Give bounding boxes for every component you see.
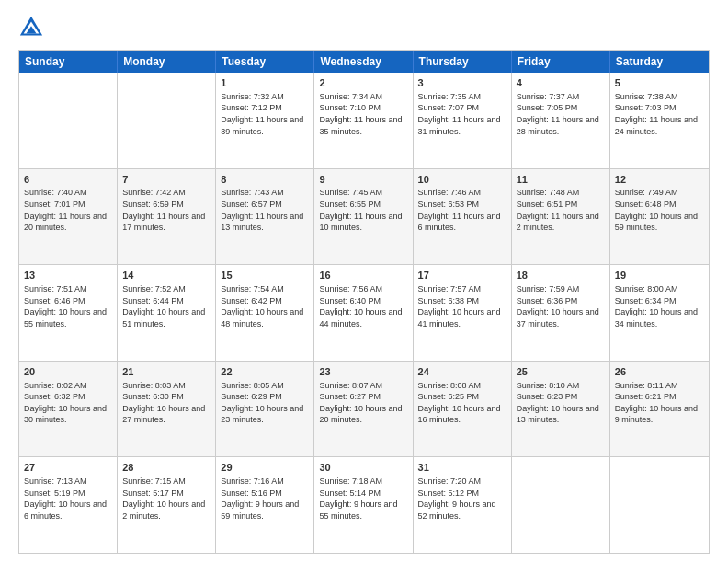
calendar-cell: 7Sunrise: 7:42 AM Sunset: 6:59 PM Daylig… bbox=[118, 169, 216, 265]
day-number: 31 bbox=[418, 461, 506, 475]
calendar-cell: 24Sunrise: 8:08 AM Sunset: 6:25 PM Dayli… bbox=[414, 362, 512, 457]
day-number: 24 bbox=[418, 365, 506, 379]
calendar-week-row: 13Sunrise: 7:51 AM Sunset: 6:46 PM Dayli… bbox=[19, 264, 709, 361]
day-info: Sunrise: 8:08 AM Sunset: 6:25 PM Dayligh… bbox=[418, 380, 506, 426]
day-number: 18 bbox=[517, 269, 605, 282]
day-info: Sunrise: 7:38 AM Sunset: 7:03 PM Dayligh… bbox=[615, 91, 704, 137]
day-info: Sunrise: 7:57 AM Sunset: 6:38 PM Dayligh… bbox=[418, 283, 506, 329]
day-info: Sunrise: 7:37 AM Sunset: 7:05 PM Dayligh… bbox=[517, 91, 605, 137]
calendar-cell bbox=[610, 457, 709, 553]
day-number: 19 bbox=[615, 269, 704, 282]
calendar-cell: 16Sunrise: 7:56 AM Sunset: 6:40 PM Dayli… bbox=[314, 265, 413, 361]
calendar-cell: 3Sunrise: 7:35 AM Sunset: 7:07 PM Daylig… bbox=[414, 73, 512, 168]
day-number: 9 bbox=[319, 173, 407, 187]
day-info: Sunrise: 7:45 AM Sunset: 6:55 PM Dayligh… bbox=[319, 187, 407, 233]
day-number: 20 bbox=[24, 365, 112, 379]
day-number: 17 bbox=[418, 269, 506, 282]
calendar-cell bbox=[118, 73, 216, 168]
day-of-week-header: Thursday bbox=[414, 51, 512, 73]
calendar-week-row: 1Sunrise: 7:32 AM Sunset: 7:12 PM Daylig… bbox=[19, 73, 709, 168]
day-number: 11 bbox=[517, 173, 605, 187]
day-number: 1 bbox=[221, 76, 309, 90]
day-info: Sunrise: 7:46 AM Sunset: 6:53 PM Dayligh… bbox=[418, 187, 506, 233]
day-info: Sunrise: 7:40 AM Sunset: 7:01 PM Dayligh… bbox=[24, 187, 112, 233]
calendar-cell: 10Sunrise: 7:46 AM Sunset: 6:53 PM Dayli… bbox=[414, 169, 512, 265]
calendar-cell: 20Sunrise: 8:02 AM Sunset: 6:32 PM Dayli… bbox=[19, 362, 118, 457]
day-number: 22 bbox=[221, 365, 309, 379]
day-info: Sunrise: 7:18 AM Sunset: 5:14 PM Dayligh… bbox=[319, 476, 407, 522]
calendar-cell: 8Sunrise: 7:43 AM Sunset: 6:57 PM Daylig… bbox=[216, 169, 314, 265]
day-info: Sunrise: 8:10 AM Sunset: 6:23 PM Dayligh… bbox=[517, 380, 605, 426]
day-number: 8 bbox=[221, 173, 309, 187]
day-info: Sunrise: 7:42 AM Sunset: 6:59 PM Dayligh… bbox=[122, 187, 210, 233]
day-number: 16 bbox=[319, 269, 407, 282]
calendar-cell: 9Sunrise: 7:45 AM Sunset: 6:55 PM Daylig… bbox=[314, 169, 413, 265]
calendar-week-row: 6Sunrise: 7:40 AM Sunset: 7:01 PM Daylig… bbox=[19, 168, 709, 265]
day-info: Sunrise: 7:35 AM Sunset: 7:07 PM Dayligh… bbox=[418, 91, 506, 137]
day-number: 6 bbox=[24, 173, 112, 187]
day-number: 30 bbox=[319, 461, 407, 475]
day-number: 27 bbox=[24, 461, 112, 475]
calendar-cell: 28Sunrise: 7:15 AM Sunset: 5:17 PM Dayli… bbox=[118, 457, 216, 553]
day-number: 14 bbox=[122, 269, 210, 282]
logo bbox=[18, 15, 48, 40]
calendar-week-row: 20Sunrise: 8:02 AM Sunset: 6:32 PM Dayli… bbox=[19, 361, 709, 457]
day-number: 7 bbox=[122, 173, 210, 187]
calendar-cell: 6Sunrise: 7:40 AM Sunset: 7:01 PM Daylig… bbox=[19, 169, 118, 265]
day-info: Sunrise: 7:32 AM Sunset: 7:12 PM Dayligh… bbox=[221, 91, 309, 137]
calendar-cell: 21Sunrise: 8:03 AM Sunset: 6:30 PM Dayli… bbox=[118, 362, 216, 457]
day-number: 2 bbox=[319, 76, 407, 90]
calendar-page: SundayMondayTuesdayWednesdayThursdayFrid… bbox=[0, 0, 728, 563]
day-info: Sunrise: 7:16 AM Sunset: 5:16 PM Dayligh… bbox=[221, 476, 309, 522]
day-number: 4 bbox=[517, 76, 605, 90]
calendar-week-row: 27Sunrise: 7:13 AM Sunset: 5:19 PM Dayli… bbox=[19, 456, 709, 553]
calendar-cell: 11Sunrise: 7:48 AM Sunset: 6:51 PM Dayli… bbox=[512, 169, 610, 265]
day-info: Sunrise: 8:00 AM Sunset: 6:34 PM Dayligh… bbox=[615, 283, 704, 329]
day-info: Sunrise: 8:07 AM Sunset: 6:27 PM Dayligh… bbox=[319, 380, 407, 426]
calendar-cell: 29Sunrise: 7:16 AM Sunset: 5:16 PM Dayli… bbox=[216, 457, 314, 553]
day-info: Sunrise: 7:59 AM Sunset: 6:36 PM Dayligh… bbox=[517, 283, 605, 329]
calendar-cell: 1Sunrise: 7:32 AM Sunset: 7:12 PM Daylig… bbox=[216, 73, 314, 168]
day-info: Sunrise: 7:51 AM Sunset: 6:46 PM Dayligh… bbox=[24, 283, 112, 329]
calendar-cell: 15Sunrise: 7:54 AM Sunset: 6:42 PM Dayli… bbox=[216, 265, 314, 361]
day-info: Sunrise: 8:05 AM Sunset: 6:29 PM Dayligh… bbox=[221, 380, 309, 426]
day-of-week-header: Sunday bbox=[19, 51, 118, 73]
calendar-cell bbox=[19, 73, 118, 168]
day-number: 13 bbox=[24, 269, 112, 282]
calendar-header: SundayMondayTuesdayWednesdayThursdayFrid… bbox=[19, 51, 709, 73]
calendar-cell: 19Sunrise: 8:00 AM Sunset: 6:34 PM Dayli… bbox=[610, 265, 709, 361]
calendar-cell: 31Sunrise: 7:20 AM Sunset: 5:12 PM Dayli… bbox=[414, 457, 512, 553]
day-number: 29 bbox=[221, 461, 309, 475]
calendar-cell: 22Sunrise: 8:05 AM Sunset: 6:29 PM Dayli… bbox=[216, 362, 314, 457]
day-number: 21 bbox=[122, 365, 210, 379]
calendar-cell: 4Sunrise: 7:37 AM Sunset: 7:05 PM Daylig… bbox=[512, 73, 610, 168]
day-info: Sunrise: 8:11 AM Sunset: 6:21 PM Dayligh… bbox=[615, 380, 704, 426]
day-number: 25 bbox=[517, 365, 605, 379]
calendar-cell: 2Sunrise: 7:34 AM Sunset: 7:10 PM Daylig… bbox=[314, 73, 413, 168]
calendar-cell: 12Sunrise: 7:49 AM Sunset: 6:48 PM Dayli… bbox=[610, 169, 709, 265]
page-header bbox=[18, 15, 710, 40]
day-number: 5 bbox=[615, 76, 704, 90]
calendar-cell: 26Sunrise: 8:11 AM Sunset: 6:21 PM Dayli… bbox=[610, 362, 709, 457]
day-info: Sunrise: 7:56 AM Sunset: 6:40 PM Dayligh… bbox=[319, 283, 407, 329]
calendar: SundayMondayTuesdayWednesdayThursdayFrid… bbox=[18, 50, 710, 554]
calendar-cell: 27Sunrise: 7:13 AM Sunset: 5:19 PM Dayli… bbox=[19, 457, 118, 553]
logo-icon bbox=[18, 15, 44, 40]
calendar-cell: 5Sunrise: 7:38 AM Sunset: 7:03 PM Daylig… bbox=[610, 73, 709, 168]
day-info: Sunrise: 7:49 AM Sunset: 6:48 PM Dayligh… bbox=[615, 187, 704, 233]
day-info: Sunrise: 7:13 AM Sunset: 5:19 PM Dayligh… bbox=[24, 476, 112, 522]
calendar-cell: 13Sunrise: 7:51 AM Sunset: 6:46 PM Dayli… bbox=[19, 265, 118, 361]
day-of-week-header: Wednesday bbox=[314, 51, 413, 73]
day-number: 10 bbox=[418, 173, 506, 187]
day-number: 15 bbox=[221, 269, 309, 282]
day-info: Sunrise: 7:48 AM Sunset: 6:51 PM Dayligh… bbox=[517, 187, 605, 233]
day-info: Sunrise: 7:43 AM Sunset: 6:57 PM Dayligh… bbox=[221, 187, 309, 233]
day-number: 3 bbox=[418, 76, 506, 90]
day-info: Sunrise: 7:34 AM Sunset: 7:10 PM Dayligh… bbox=[319, 91, 407, 137]
day-info: Sunrise: 7:52 AM Sunset: 6:44 PM Dayligh… bbox=[122, 283, 210, 329]
day-of-week-header: Saturday bbox=[610, 51, 709, 73]
day-info: Sunrise: 7:54 AM Sunset: 6:42 PM Dayligh… bbox=[221, 283, 309, 329]
calendar-cell bbox=[512, 457, 610, 553]
day-info: Sunrise: 8:02 AM Sunset: 6:32 PM Dayligh… bbox=[24, 380, 112, 426]
day-number: 26 bbox=[615, 365, 704, 379]
